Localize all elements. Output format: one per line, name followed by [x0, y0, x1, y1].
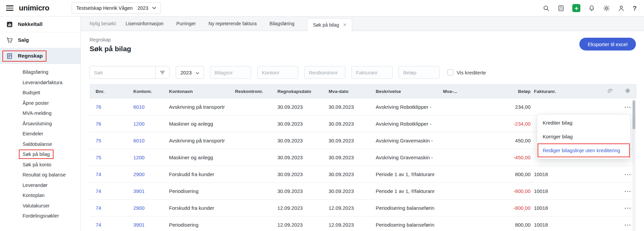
cell-kontonr[interactable]: 6010: [133, 104, 169, 110]
row-menu-button[interactable]: ⋯: [624, 103, 631, 110]
column-header-mva[interactable]: Mva-...: [443, 89, 477, 94]
filter-input-restkontronr[interactable]: [304, 66, 345, 79]
search-input[interactable]: [90, 66, 155, 78]
sidebar-subitem-resultat-og-balanse[interactable]: Resultat og balanse: [0, 170, 80, 180]
table-row: 742900Forskudd fra kunder30.09.202330.09…: [90, 166, 637, 183]
table-scrollbar[interactable]: [632, 99, 636, 231]
column-header-kontonr[interactable]: Kontonr.: [133, 89, 169, 94]
cell-fakturanr: 10018: [534, 171, 605, 177]
sidebar-item-nøkkeltall[interactable]: Nøkkeltall: [0, 16, 80, 32]
sidebar-subitem-bilagsføring[interactable]: Bilagsføring: [0, 67, 80, 77]
sidebar-subitem-årsavslutning[interactable]: Årsavslutning: [0, 119, 80, 129]
cell-bnr[interactable]: 75: [90, 138, 133, 143]
cell-bnr[interactable]: 74: [90, 188, 133, 194]
row-menu-button[interactable]: ⋯: [624, 221, 631, 228]
context-menu-item-korriger-bilag[interactable]: Korriger bilag: [537, 130, 630, 143]
column-header-regnskapsdato[interactable]: Regnskapsdato: [277, 89, 329, 94]
cell-kontonr[interactable]: 1200: [133, 155, 169, 160]
sidebar-subitem-søk-på-bilag[interactable]: Søk på bilag: [0, 149, 80, 160]
row-menu-button[interactable]: ⋯: [624, 171, 631, 178]
sidebar-subitem-label: Fordelingsnøkler: [23, 213, 59, 219]
cell-regnskapsdato: 30.09.2023: [277, 104, 329, 110]
row-menu-button[interactable]: ⋯: [624, 204, 631, 211]
sidebar-subitem-eiendeler[interactable]: Eiendeler: [0, 129, 80, 139]
results-table: Bnr.Kontonr.KontonavnReskontronr.Regnska…: [90, 84, 637, 231]
filter-input-fakturanr[interactable]: [351, 66, 393, 79]
sidebar-subitem-leverandør[interactable]: Leverandør: [0, 180, 80, 191]
hamburger-menu-icon[interactable]: [6, 5, 13, 10]
cell-bnr[interactable]: 74: [90, 222, 133, 228]
help-icon[interactable]: ?: [633, 5, 637, 11]
cell-kontonr[interactable]: 6010: [133, 138, 169, 143]
sidebar-item-salg[interactable]: Salg: [0, 32, 80, 48]
cell-kontonr[interactable]: 2900: [133, 205, 169, 211]
context-menu-item-krediter-bilag[interactable]: Krediter bilag: [537, 116, 630, 130]
cell-bnr[interactable]: 75: [90, 155, 133, 160]
year-select[interactable]: 2023: [176, 66, 204, 79]
column-header-beløp[interactable]: Beløp: [477, 89, 534, 94]
export-to-excel-button[interactable]: Eksporter til excel: [579, 38, 636, 51]
sidebar-subitem-fordelingsnøkler[interactable]: Fordelingsnøkler: [0, 211, 80, 221]
user-profile-icon[interactable]: [618, 5, 625, 12]
sidebar-subitem-valutakurser[interactable]: Valutakurser: [0, 201, 80, 211]
cell-mva-dato: 30.09.2023: [329, 104, 376, 110]
sidebar-subitem-leverandørfaktura[interactable]: Leverandørfaktura: [0, 77, 80, 88]
tab-close-icon[interactable]: ×: [343, 22, 346, 28]
cell-kontonr[interactable]: 2900: [133, 171, 169, 177]
cell-regnskapsdato: 30.09.2023: [277, 188, 329, 194]
breadcrumb[interactable]: Regnskap: [90, 37, 636, 42]
cell-regnskapsdato: 30.09.2023: [277, 171, 329, 177]
column-settings-gear-icon[interactable]: [625, 88, 631, 95]
nav-item-group: Salg: [6, 37, 29, 44]
sidebar-subitem-mva-melding[interactable]: MVA-melding: [0, 108, 80, 119]
filter-icon[interactable]: [155, 66, 169, 78]
column-header-beskrivelse[interactable]: Beskrivelse: [376, 89, 443, 94]
tab-lisensinformasjon[interactable]: Lisensinformasjon: [126, 21, 164, 26]
cell-bnr[interactable]: 74: [90, 171, 133, 177]
sidebar-subitem-saldobalanse[interactable]: Saldobalanse: [0, 139, 80, 150]
settings-gear-icon[interactable]: [603, 5, 610, 12]
company-selector[interactable]: Testselskap Henrik Vågen 2023: [72, 2, 161, 14]
sidebar-subitem-label: Budsjett: [23, 90, 40, 95]
row-menu-button[interactable]: ⋯: [624, 188, 631, 195]
cell-kontonr[interactable]: 3901: [133, 188, 169, 194]
filter-input-beløp[interactable]: [399, 66, 440, 79]
column-header-fakturanr[interactable]: Fakturanr.: [534, 89, 605, 94]
cell-kontonr[interactable]: 3901: [133, 222, 169, 228]
tab-ny-repeterende-faktura[interactable]: Ny repeterende faktura: [208, 21, 257, 26]
paperclip-icon: [607, 88, 613, 95]
cell-bnr[interactable]: 74: [90, 205, 133, 211]
column-header-bnr[interactable]: Bnr.: [90, 89, 133, 94]
tab-purringer[interactable]: Purringer: [176, 21, 196, 26]
sidebar-subitem-budsjett[interactable]: Budsjett: [0, 88, 80, 98]
cell-kontonr[interactable]: 1200: [133, 121, 169, 127]
cell-bnr[interactable]: 76: [90, 121, 133, 127]
show-credited-checkbox[interactable]: Vis krediterte: [447, 69, 486, 75]
checkbox-box[interactable]: [447, 69, 453, 75]
filter-input-kontonr[interactable]: [257, 66, 298, 79]
column-header-mva-dato[interactable]: Mva-dato: [329, 89, 376, 94]
sidebar-subitem-label: Resultat og balanse: [23, 172, 66, 177]
cell-mva-dato: 30.09.2023: [329, 138, 376, 143]
quick-add-icon[interactable]: +: [572, 4, 580, 12]
sidebar-subitem-label: Årsavslutning: [23, 121, 52, 126]
sidebar-subitem-søk-på-konto[interactable]: Søk på konto: [0, 160, 80, 170]
cell-fakturanr: 10018: [534, 222, 605, 228]
chevron-down-icon: [152, 7, 156, 9]
context-menu-item-rediger-bilagslinje-uten-kreditering[interactable]: Rediger bilagslinje uten kreditering: [537, 143, 630, 157]
scrollbar-thumb[interactable]: [633, 100, 635, 129]
search-icon[interactable]: [543, 5, 550, 12]
sidebar-item-regnskap[interactable]: Regnskap: [0, 48, 80, 64]
filter-input-bilagsnr[interactable]: [210, 66, 251, 79]
cell-bnr[interactable]: 76: [90, 104, 133, 110]
notifications-bell-icon[interactable]: [588, 5, 595, 12]
sidebar-subitem-åpne-poster[interactable]: Åpne poster: [0, 98, 80, 108]
page-title: Søk på bilag: [90, 45, 636, 53]
calculator-icon[interactable]: [557, 5, 565, 12]
tab-bilagsføring[interactable]: Bilagsføring: [270, 21, 295, 26]
tab-søk-på-bilag[interactable]: Søk på bilag×: [307, 18, 352, 31]
column-header-reskontronr[interactable]: Reskontronr.: [235, 89, 277, 94]
sidebar-subitem-kontoplan[interactable]: Kontoplan: [0, 190, 80, 201]
column-header-settings: [618, 88, 637, 95]
column-header-kontonavn[interactable]: Kontonavn: [169, 89, 235, 94]
